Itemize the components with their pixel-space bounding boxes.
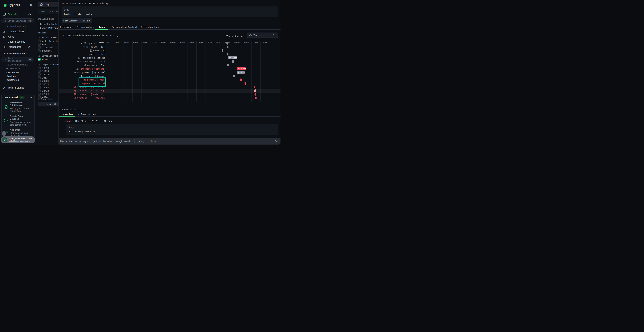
checkbox[interactable] xyxy=(38,70,40,72)
filter-option-error[interactable]: error xyxy=(38,58,49,61)
span-bar[interactable] xyxy=(233,75,235,78)
span-bar[interactable] xyxy=(227,53,228,56)
sidebar-collapse-icon[interactable] xyxy=(30,4,34,7)
span-bar[interactable] xyxy=(227,46,228,48)
close-icon[interactable] xyxy=(275,140,278,143)
chevron-down-icon[interactable] xyxy=(77,61,79,62)
filter-option-32311[interactable]: 32311 xyxy=(38,83,49,86)
checkbox[interactable] xyxy=(38,46,40,49)
saved-searches-input[interactable]: Saved Searches ⌘K xyxy=(2,18,34,23)
chevron-up-icon[interactable] xyxy=(30,96,32,98)
chevron-down-icon[interactable] xyxy=(81,42,83,44)
checkbox[interactable] xyxy=(38,76,40,79)
filter-group-servicename[interactable]: ServiceName xyxy=(38,36,56,39)
tab-overview[interactable]: Overview xyxy=(60,26,71,28)
chevron-down-icon[interactable] xyxy=(74,72,76,74)
span-row[interactable]: frontend | {"code":13,"det… xyxy=(74,93,105,96)
ed-tab-overview[interactable]: Overview xyxy=(62,113,73,116)
j-key[interactable]: j xyxy=(98,140,102,143)
less-filters-button[interactable]: Less fil xyxy=(38,102,58,106)
span-row[interactable]: quote | calc… xyxy=(89,52,105,56)
preset-item-kubernetes[interactable]: Kubernetes xyxy=(6,78,19,81)
preset-item-services[interactable]: Services xyxy=(6,75,16,78)
span-bar[interactable] xyxy=(244,82,246,85)
checkbox[interactable] xyxy=(38,89,40,92)
span-row[interactable]: currency | Conv… xyxy=(84,63,105,67)
filter-option-payment[interactable]: payment xyxy=(38,49,52,52)
filter-option-email[interactable]: email xyxy=(38,43,49,46)
create-dashboard-button[interactable]: + Create Dashboard xyxy=(4,52,27,55)
checkbox[interactable] xyxy=(38,73,40,76)
span-bar[interactable] xyxy=(240,78,242,81)
arrow-right-key[interactable]: → xyxy=(70,140,73,143)
show-more-toggle[interactable]: Show more xyxy=(38,98,53,100)
filter-option-22974[interactable]: 22974 xyxy=(38,73,49,76)
checkbox[interactable] xyxy=(38,80,40,82)
span-bar[interactable] xyxy=(222,49,223,52)
scrollbar-thumb[interactable] xyxy=(105,41,105,58)
span-row[interactable]: frontend | × {"code":13,"d… xyxy=(74,96,105,100)
filter-option-frontend[interactable]: frontend xyxy=(38,46,53,49)
sidebar-item-team-settings[interactable]: Team Settings xyxy=(0,85,36,90)
checkbox[interactable] xyxy=(38,40,40,42)
analysis-mode-event-patterns[interactable]: Event Patterns xyxy=(38,26,58,30)
span-bar[interactable] xyxy=(226,42,228,44)
trace-source-dropdown[interactable]: Traces xyxy=(247,32,278,38)
get-started-item[interactable]: Connect to ClickHouseSet up your databas… xyxy=(4,101,32,112)
filter-option-37801[interactable]: 37801 xyxy=(38,93,49,96)
span-bar[interactable] xyxy=(227,64,229,66)
span-bar-labeled[interactable]: oteldemo xyxy=(228,56,237,60)
span-row[interactable]: (1)checkout | oteldemo.Pa… xyxy=(73,67,105,71)
sidebar-item-chart-explorer[interactable]: Chart Explorer xyxy=(0,29,36,34)
filter-group-severitytext[interactable]: SeverityText xyxy=(38,54,58,57)
span-row[interactable]: (1)currency | Currenc… xyxy=(77,60,105,63)
span-row[interactable]: (3)payment | grpc.oteld… xyxy=(74,71,105,74)
span-bar[interactable] xyxy=(255,97,256,99)
filter-option-2333[interactable]: 2333 xyxy=(38,76,48,79)
chevron-down-icon[interactable] xyxy=(83,46,85,48)
help-button[interactable]: ? xyxy=(2,131,6,136)
preset-item-clickhouse[interactable]: ClickHouse xyxy=(6,71,18,74)
service-name-chip[interactable]: ServiceName: frontend xyxy=(62,18,92,23)
checkbox[interactable] xyxy=(38,58,40,61)
user-menu[interactable]: D dale@clickhouse.com dale@clickhouse.co… xyxy=(1,136,35,143)
span-bar[interactable] xyxy=(254,90,256,92)
filter-option-19350[interactable]: 19350 xyxy=(38,66,49,70)
span-row[interactable]: quote | C… xyxy=(90,49,105,52)
tab-column-values[interactable]: Column Values xyxy=(76,26,94,28)
tab-infrastructure[interactable]: Infrastructure xyxy=(140,26,160,28)
span-row[interactable]: frontend | Failed to place… xyxy=(74,89,105,92)
esc-key[interactable]: ESC xyxy=(138,140,144,143)
checkbox[interactable] xyxy=(38,66,40,70)
filter-option-29081[interactable]: 29081 xyxy=(38,80,49,82)
span-row[interactable]: (1)quote | POST … xyxy=(81,42,105,45)
get-started-item[interactable]: Add DataStart sending logs, metrics, or … xyxy=(4,128,32,137)
source-selector-button[interactable]: Logs xyxy=(38,2,58,7)
filter-option-21734[interactable]: 21734 xyxy=(38,70,49,72)
span-bar-labeled[interactable]: oteldemo xyxy=(237,67,246,70)
checkbox[interactable] xyxy=(38,43,40,46)
span-bar[interactable] xyxy=(254,86,255,88)
sidebar-item-alerts[interactable]: Alerts xyxy=(0,34,36,39)
get-started-item[interactable]: Create Data SourcesConfigure where your … xyxy=(4,115,32,126)
edit-pencil-icon[interactable] xyxy=(117,34,120,37)
filter-option-34423[interactable]: 34423 xyxy=(38,89,49,92)
get-started-header[interactable]: Get Started 3/3 xyxy=(4,96,32,99)
span-row[interactable]: (1)checkout | oteldemo.… xyxy=(75,56,105,60)
span-bar-labeled[interactable]: grpc.o xyxy=(237,71,244,74)
event-search-input[interactable]: Search your ev xyxy=(38,8,58,14)
sidebar-item-dashboards[interactable]: Dashboards xyxy=(0,44,36,49)
chevron-down-icon[interactable] xyxy=(75,57,77,59)
checkbox[interactable] xyxy=(38,83,40,86)
filter-group-logattributes[interactable]: LogAttributes xyxy=(38,63,58,66)
checkbox[interactable] xyxy=(38,86,40,89)
span-bar[interactable] xyxy=(254,93,256,96)
k-key[interactable]: k xyxy=(93,140,97,143)
span-row[interactable]: (2)quote | {cl… xyxy=(83,45,105,49)
sidebar-item-client-sessions[interactable]: Client Sessions xyxy=(0,39,36,44)
checkbox[interactable] xyxy=(38,49,40,52)
presets-toggle[interactable]: PRESETS xyxy=(6,68,20,70)
tab-surrounding-context[interactable]: Surrounding Context xyxy=(112,26,138,28)
span-bar[interactable] xyxy=(232,60,234,63)
arrow-left-key[interactable]: ← xyxy=(65,140,68,143)
